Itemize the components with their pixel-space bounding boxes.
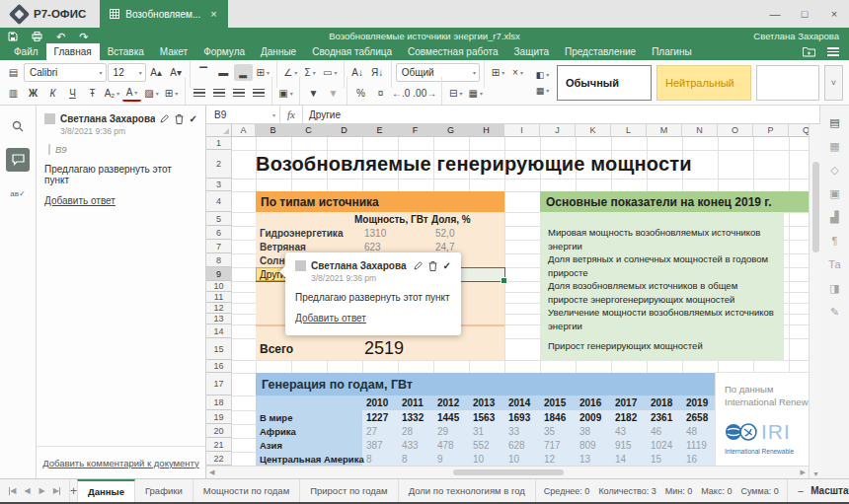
formula-input[interactable]: Другие: [303, 106, 819, 123]
column-header-Q[interactable]: Q: [789, 124, 809, 137]
vertical-scroll-thumb[interactable]: [812, 162, 819, 252]
shape-settings-icon[interactable]: ◇: [826, 163, 844, 177]
column-header-O[interactable]: O: [718, 124, 753, 137]
column-header-E[interactable]: E: [362, 124, 398, 137]
cell-style-neutral[interactable]: Нейтральный: [656, 65, 751, 101]
row-header-18[interactable]: 18: [206, 396, 232, 410]
column-header-K[interactable]: K: [576, 124, 611, 137]
slicer-settings-icon[interactable]: ◨: [826, 281, 844, 295]
align-left-button[interactable]: [190, 85, 208, 102]
vertical-scrollbar[interactable]: ▼: [809, 124, 822, 478]
align-center-button[interactable]: [209, 85, 228, 102]
textart-settings-icon[interactable]: Та: [826, 257, 844, 271]
clear-button[interactable]: ×: [508, 64, 527, 81]
redo-icon[interactable]: ↷: [79, 32, 88, 41]
ribbon-tab-плагины[interactable]: Плагины: [644, 43, 700, 60]
paste-button[interactable]: ▤: [4, 64, 23, 81]
add-document-comment-link[interactable]: Добавить комментарий к документу: [42, 458, 199, 468]
scroll-left-icon[interactable]: ◀: [206, 468, 217, 476]
insert-cells-button[interactable]: ⊞: [489, 64, 507, 81]
signature-settings-icon[interactable]: ✎: [826, 305, 844, 319]
popup-add-reply-link[interactable]: Добавить ответ: [295, 313, 366, 324]
cell-settings-icon[interactable]: ▤: [826, 115, 844, 129]
column-header-P[interactable]: P: [753, 124, 789, 137]
image-settings-icon[interactable]: ▣: [826, 186, 844, 200]
increase-decimal-button[interactable]: .00→: [412, 85, 437, 102]
ribbon-tab-сводная-таблица[interactable]: Сводная таблица: [304, 43, 400, 60]
row-header-3[interactable]: 3: [206, 179, 232, 191]
filter-button[interactable]: ▼: [304, 85, 323, 102]
search-icon[interactable]: [6, 114, 30, 138]
horizontal-scroll-thumb[interactable]: [453, 469, 564, 475]
comments-icon[interactable]: [6, 148, 30, 172]
column-header-D[interactable]: D: [327, 124, 362, 137]
row-header-6[interactable]: 6: [206, 226, 232, 240]
increase-font-button[interactable]: A▴: [147, 64, 166, 81]
styles-expand-button[interactable]: ˅: [824, 65, 843, 101]
font-name-select[interactable]: Calibri▾: [24, 63, 107, 82]
sort-desc-button[interactable]: Я↓: [368, 64, 387, 81]
row-header-12[interactable]: 12: [206, 303, 232, 314]
column-header-F[interactable]: F: [398, 124, 433, 137]
sheet-tab-мощности-по-годам[interactable]: Мощности по годам: [193, 479, 300, 502]
sheet-tab-графики[interactable]: Графики: [135, 479, 193, 502]
ribbon-tab-макет[interactable]: Макет: [152, 43, 195, 60]
column-header-A[interactable]: A: [232, 124, 256, 137]
row-header-5[interactable]: 5: [206, 212, 232, 226]
row-header-11[interactable]: 11: [206, 292, 232, 303]
row-header-7[interactable]: 7: [206, 240, 232, 253]
fill-color-button[interactable]: ▨: [142, 85, 161, 102]
ribbon-tab-защита[interactable]: Защита: [506, 43, 557, 60]
comment-popup[interactable]: Светлана Захарова ✓ 3/8: [285, 252, 461, 335]
scroll-down-icon[interactable]: ▼: [810, 470, 822, 477]
fx-icon[interactable]: fx: [280, 106, 303, 123]
font-size-select[interactable]: 12▾: [108, 63, 146, 82]
first-sheet-button[interactable]: ◀: [6, 486, 19, 495]
minimize-button[interactable]: —: [760, 8, 790, 20]
open-file-location-icon[interactable]: [803, 46, 815, 57]
ribbon-tab-формула[interactable]: Формула: [195, 43, 253, 60]
conditional-format-icon[interactable]: ◧: [533, 68, 552, 82]
row-header-1[interactable]: 1: [206, 137, 232, 150]
last-sheet-button[interactable]: ▶: [50, 486, 63, 495]
delete-comment-icon[interactable]: [175, 114, 184, 124]
format-as-table-button[interactable]: ▦: [466, 85, 485, 102]
column-header-C[interactable]: C: [291, 124, 327, 137]
row-header-10[interactable]: 10: [206, 281, 232, 292]
align-justify-button[interactable]: [249, 85, 268, 102]
scroll-right-icon[interactable]: ▶: [798, 468, 809, 476]
number-format-select[interactable]: Общий▾: [396, 63, 480, 82]
edit-comment-icon[interactable]: [160, 114, 169, 123]
underline-button[interactable]: Ч: [63, 85, 82, 102]
decrease-font-button[interactable]: A▾: [167, 64, 186, 81]
collapse-ribbon-icon[interactable]: [827, 47, 839, 56]
prev-sheet-button[interactable]: ◀: [21, 486, 34, 495]
zoom-out-button[interactable]: −: [798, 485, 804, 497]
spellcheck-icon[interactable]: ав✓: [6, 181, 30, 205]
row-header-4[interactable]: 4: [206, 191, 232, 212]
row-header-19[interactable]: 19: [206, 410, 232, 424]
add-sheet-button[interactable]: +: [69, 479, 77, 502]
select-all-corner[interactable]: [206, 124, 232, 137]
column-header-H[interactable]: H: [469, 124, 504, 137]
orientation-button[interactable]: ∠: [281, 64, 300, 81]
close-button[interactable]: ×: [819, 8, 849, 20]
edit-comment-icon[interactable]: [414, 261, 423, 270]
valign-top-button[interactable]: ▔: [194, 64, 213, 81]
row-header-21[interactable]: 21: [206, 438, 232, 452]
italic-button[interactable]: К: [43, 85, 62, 102]
currency-style-button[interactable]: ¤: [371, 85, 390, 102]
format-template-icon[interactable]: ▦: [533, 84, 552, 98]
row-header-20[interactable]: 20: [206, 424, 232, 438]
row-header-9[interactable]: 9: [206, 267, 232, 281]
merge-center-button[interactable]: ▣: [276, 85, 295, 102]
row-header-17[interactable]: 17: [206, 373, 232, 396]
autosum-button[interactable]: Σ: [301, 64, 320, 81]
save-icon[interactable]: [8, 32, 18, 41]
horizontal-scrollbar[interactable]: ◀ ▶: [206, 466, 809, 478]
valign-middle-button[interactable]: ▬: [214, 64, 233, 81]
ribbon-tab-совместная-работа[interactable]: Совместная работа: [400, 43, 506, 60]
cell-style-normal[interactable]: Обычный: [557, 65, 652, 101]
next-sheet-button[interactable]: ▶: [36, 486, 48, 495]
row-header-8[interactable]: 8: [206, 253, 232, 267]
